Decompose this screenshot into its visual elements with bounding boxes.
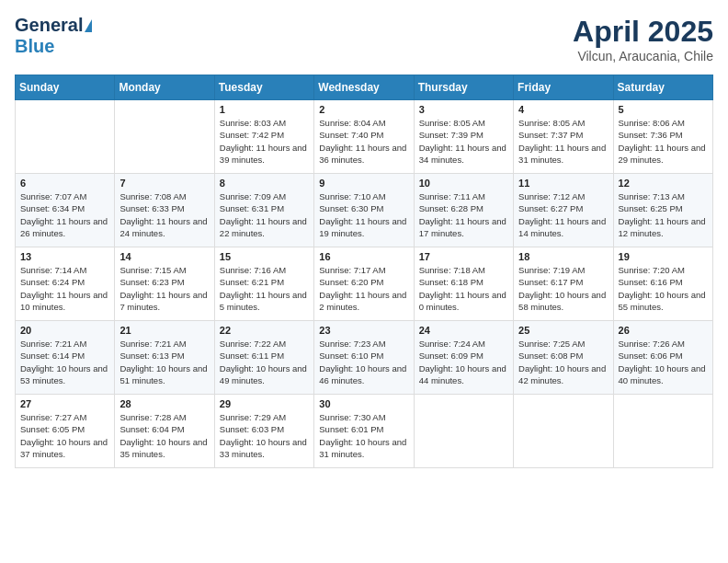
calendar-cell: 4Sunrise: 8:05 AM Sunset: 7:37 PM Daylig…	[514, 100, 613, 174]
day-info: Sunrise: 7:17 AM Sunset: 6:20 PM Dayligh…	[319, 264, 408, 313]
day-number: 13	[20, 251, 109, 262]
day-info: Sunrise: 8:04 AM Sunset: 7:40 PM Dayligh…	[319, 117, 408, 166]
weekday-header-saturday: Saturday	[613, 75, 712, 100]
day-info: Sunrise: 7:22 AM Sunset: 6:11 PM Dayligh…	[220, 338, 309, 386]
calendar-cell: 19Sunrise: 7:20 AM Sunset: 6:16 PM Dayli…	[613, 247, 712, 321]
calendar-cell: 17Sunrise: 7:18 AM Sunset: 6:18 PM Dayli…	[414, 247, 513, 321]
day-info: Sunrise: 7:09 AM Sunset: 6:31 PM Dayligh…	[220, 190, 309, 239]
calendar-week-row-1: 1Sunrise: 8:03 AM Sunset: 7:42 PM Daylig…	[16, 100, 713, 174]
day-number: 18	[518, 251, 608, 262]
day-info: Sunrise: 7:16 AM Sunset: 6:21 PM Dayligh…	[220, 264, 309, 313]
calendar-cell: 13Sunrise: 7:14 AM Sunset: 6:24 PM Dayli…	[16, 247, 115, 321]
day-number: 23	[319, 325, 408, 336]
day-info: Sunrise: 7:07 AM Sunset: 6:34 PM Dayligh…	[20, 190, 109, 239]
calendar-cell	[16, 100, 115, 174]
calendar-cell: 20Sunrise: 7:21 AM Sunset: 6:14 PM Dayli…	[16, 321, 115, 395]
day-number: 5	[619, 104, 708, 115]
calendar-cell: 26Sunrise: 7:26 AM Sunset: 6:06 PM Dayli…	[613, 321, 712, 395]
day-number: 15	[220, 251, 309, 262]
day-number: 10	[419, 178, 508, 189]
day-number: 28	[119, 398, 209, 409]
calendar-title: April 2025	[573, 15, 713, 49]
calendar-cell: 1Sunrise: 8:03 AM Sunset: 7:42 PM Daylig…	[214, 100, 313, 174]
day-number: 6	[20, 178, 109, 189]
day-info: Sunrise: 7:25 AM Sunset: 6:08 PM Dayligh…	[518, 338, 608, 386]
calendar-cell: 7Sunrise: 7:08 AM Sunset: 6:33 PM Daylig…	[115, 174, 214, 247]
day-info: Sunrise: 7:20 AM Sunset: 6:16 PM Dayligh…	[619, 264, 708, 313]
calendar-week-row-4: 20Sunrise: 7:21 AM Sunset: 6:14 PM Dayli…	[16, 321, 713, 395]
day-info: Sunrise: 7:12 AM Sunset: 6:27 PM Dayligh…	[518, 190, 608, 239]
day-info: Sunrise: 7:21 AM Sunset: 6:13 PM Dayligh…	[119, 338, 209, 386]
day-number: 19	[619, 251, 708, 262]
day-info: Sunrise: 7:10 AM Sunset: 6:30 PM Dayligh…	[319, 190, 408, 239]
day-number: 9	[319, 178, 408, 189]
day-info: Sunrise: 8:05 AM Sunset: 7:39 PM Dayligh…	[419, 117, 508, 166]
day-info: Sunrise: 8:06 AM Sunset: 7:36 PM Dayligh…	[619, 117, 708, 166]
calendar-cell: 23Sunrise: 7:23 AM Sunset: 6:10 PM Dayli…	[314, 321, 414, 395]
day-info: Sunrise: 7:28 AM Sunset: 6:04 PM Dayligh…	[119, 411, 209, 460]
page-header: General Blue April 2025 Vilcun, Araucani…	[15, 15, 713, 63]
calendar-cell: 29Sunrise: 7:29 AM Sunset: 6:03 PM Dayli…	[214, 395, 313, 468]
logo-blue-text: Blue	[15, 36, 54, 57]
calendar-week-row-5: 27Sunrise: 7:27 AM Sunset: 6:05 PM Dayli…	[16, 395, 713, 468]
day-info: Sunrise: 7:27 AM Sunset: 6:05 PM Dayligh…	[20, 411, 109, 460]
calendar-cell: 27Sunrise: 7:27 AM Sunset: 6:05 PM Dayli…	[16, 395, 115, 468]
calendar-cell: 11Sunrise: 7:12 AM Sunset: 6:27 PM Dayli…	[514, 174, 613, 247]
day-number: 4	[518, 104, 608, 115]
logo-general-text: General	[15, 15, 83, 36]
day-info: Sunrise: 7:13 AM Sunset: 6:25 PM Dayligh…	[619, 190, 708, 239]
day-number: 20	[20, 325, 109, 336]
day-number: 25	[518, 325, 608, 336]
day-number: 1	[220, 104, 309, 115]
day-number: 22	[220, 325, 309, 336]
day-number: 16	[319, 251, 408, 262]
calendar-cell	[514, 395, 613, 468]
day-info: Sunrise: 7:23 AM Sunset: 6:10 PM Dayligh…	[319, 338, 408, 386]
day-info: Sunrise: 7:15 AM Sunset: 6:23 PM Dayligh…	[119, 264, 209, 313]
day-number: 17	[419, 251, 508, 262]
calendar-cell: 21Sunrise: 7:21 AM Sunset: 6:13 PM Dayli…	[115, 321, 214, 395]
weekday-header-row: SundayMondayTuesdayWednesdayThursdayFrid…	[16, 75, 713, 100]
weekday-header-monday: Monday	[115, 75, 214, 100]
weekday-header-wednesday: Wednesday	[314, 75, 414, 100]
calendar-cell: 12Sunrise: 7:13 AM Sunset: 6:25 PM Dayli…	[613, 174, 712, 247]
calendar-cell: 15Sunrise: 7:16 AM Sunset: 6:21 PM Dayli…	[214, 247, 313, 321]
day-number: 8	[220, 178, 309, 189]
day-number: 21	[119, 325, 209, 336]
day-info: Sunrise: 7:30 AM Sunset: 6:01 PM Dayligh…	[319, 411, 408, 460]
day-info: Sunrise: 7:18 AM Sunset: 6:18 PM Dayligh…	[419, 264, 508, 313]
calendar-cell: 25Sunrise: 7:25 AM Sunset: 6:08 PM Dayli…	[514, 321, 613, 395]
calendar-cell: 2Sunrise: 8:04 AM Sunset: 7:40 PM Daylig…	[314, 100, 414, 174]
calendar-cell: 14Sunrise: 7:15 AM Sunset: 6:23 PM Dayli…	[115, 247, 214, 321]
calendar-cell: 9Sunrise: 7:10 AM Sunset: 6:30 PM Daylig…	[314, 174, 414, 247]
day-info: Sunrise: 7:29 AM Sunset: 6:03 PM Dayligh…	[220, 411, 309, 460]
day-number: 12	[619, 178, 708, 189]
calendar-cell: 18Sunrise: 7:19 AM Sunset: 6:17 PM Dayli…	[514, 247, 613, 321]
calendar-cell: 5Sunrise: 8:06 AM Sunset: 7:36 PM Daylig…	[613, 100, 712, 174]
calendar-cell: 3Sunrise: 8:05 AM Sunset: 7:39 PM Daylig…	[414, 100, 513, 174]
day-info: Sunrise: 7:14 AM Sunset: 6:24 PM Dayligh…	[20, 264, 109, 313]
day-info: Sunrise: 7:24 AM Sunset: 6:09 PM Dayligh…	[419, 338, 508, 386]
day-number: 26	[619, 325, 708, 336]
weekday-header-friday: Friday	[514, 75, 613, 100]
day-info: Sunrise: 7:19 AM Sunset: 6:17 PM Dayligh…	[518, 264, 608, 313]
day-number: 2	[319, 104, 408, 115]
day-number: 3	[419, 104, 508, 115]
day-info: Sunrise: 8:03 AM Sunset: 7:42 PM Dayligh…	[220, 117, 309, 166]
logo-triangle-icon	[85, 19, 92, 32]
calendar-table: SundayMondayTuesdayWednesdayThursdayFrid…	[15, 75, 713, 468]
day-info: Sunrise: 7:08 AM Sunset: 6:33 PM Dayligh…	[119, 190, 209, 239]
calendar-cell	[613, 395, 712, 468]
calendar-cell: 28Sunrise: 7:28 AM Sunset: 6:04 PM Dayli…	[115, 395, 214, 468]
day-info: Sunrise: 7:11 AM Sunset: 6:28 PM Dayligh…	[419, 190, 508, 239]
day-number: 29	[220, 398, 309, 409]
weekday-header-sunday: Sunday	[16, 75, 115, 100]
calendar-week-row-3: 13Sunrise: 7:14 AM Sunset: 6:24 PM Dayli…	[16, 247, 713, 321]
day-info: Sunrise: 7:26 AM Sunset: 6:06 PM Dayligh…	[619, 338, 708, 386]
day-number: 11	[518, 178, 608, 189]
day-number: 30	[319, 398, 408, 409]
day-number: 24	[419, 325, 508, 336]
calendar-cell: 6Sunrise: 7:07 AM Sunset: 6:34 PM Daylig…	[16, 174, 115, 247]
calendar-cell: 22Sunrise: 7:22 AM Sunset: 6:11 PM Dayli…	[214, 321, 313, 395]
calendar-title-block: April 2025 Vilcun, Araucania, Chile	[573, 15, 713, 63]
